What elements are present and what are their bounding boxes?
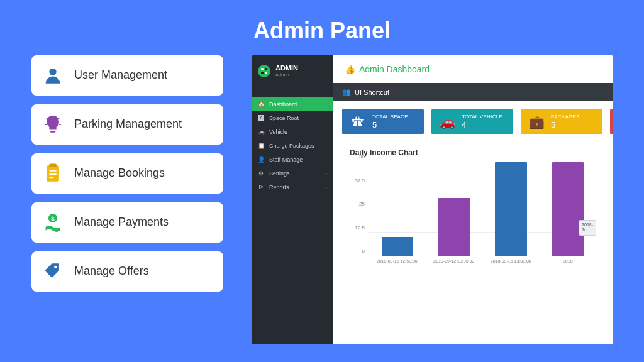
- svg-rect-8: [265, 68, 267, 70]
- x-axis-labels: 2018-09-16 12:58:002018-09-12 13:05:0020…: [369, 256, 596, 269]
- users-icon: 👥: [342, 88, 351, 96]
- sidebar-item-dashboard[interactable]: 🏠Dashboard: [252, 97, 333, 111]
- y-tick: 12.5: [355, 224, 365, 230]
- nav-icon: 🏳: [258, 184, 264, 190]
- feature-card-2[interactable]: Manage Bookings: [31, 153, 223, 194]
- sidebar-item-settings[interactable]: ⚙Settings›: [252, 167, 333, 180]
- bar-slot: [540, 162, 596, 256]
- stat-card-1[interactable]: 🚗TOTAL VEHICLE4: [431, 109, 513, 134]
- dashboard-screenshot: ADMIN admin 🏠Dashboard🅰Space Root🚗Vehicl…: [252, 55, 613, 344]
- sidebar-item-space-root[interactable]: 🅰Space Root: [252, 111, 333, 125]
- chart-bars: [369, 162, 596, 256]
- nav-icon: ⚙: [258, 170, 264, 177]
- stat-label: TOTAL SPACE: [372, 114, 408, 119]
- sidebar-admin-sub: admin: [275, 72, 298, 77]
- chart-box: Daily Income Chart 012.52537.550 2018-09…: [342, 142, 604, 275]
- tag-icon: [42, 260, 64, 283]
- card-label: Manage Bookings: [74, 166, 165, 180]
- main-panel: 👍 Admin Dashboard 👥 UI Shortcut 🛣TOTAL S…: [333, 55, 613, 344]
- shortcut-bar: 👥 UI Shortcut: [333, 83, 613, 101]
- card-label: Manage Offers: [74, 264, 149, 278]
- chart-bar-0[interactable]: [382, 237, 414, 256]
- x-label: 2018-09-12 13:05:00: [426, 256, 483, 269]
- nav-label: Dashboard: [269, 101, 297, 107]
- page-title: Admin Panel: [0, 0, 644, 55]
- stat-card-0[interactable]: 🛣TOTAL SPACE5: [342, 109, 424, 134]
- thumbs-up-icon: 👍: [345, 64, 355, 74]
- clipboard-icon: [42, 162, 64, 185]
- nav-icon: 🅰: [258, 115, 264, 121]
- x-label: 2018-09-16 12:58:00: [369, 256, 426, 269]
- sidebar-admin-label: ADMIN: [275, 64, 298, 72]
- bulb-icon: [42, 113, 64, 136]
- nav-label: Space Root: [269, 115, 299, 121]
- y-axis: 012.52537.550: [350, 162, 367, 256]
- x-label: 2018-09-16 13:08:00: [482, 256, 540, 269]
- y-tick: 0: [362, 248, 365, 254]
- y-tick: 25: [359, 201, 365, 207]
- user-icon: [42, 64, 64, 87]
- chart-bar-1[interactable]: [438, 198, 470, 256]
- nav-label: Vehicle: [269, 129, 287, 135]
- stat-value: 5: [551, 120, 580, 129]
- stat-card-2[interactable]: 💼PACKAGES5: [521, 109, 602, 134]
- stat-value: 4: [462, 120, 502, 129]
- money-icon: $: [42, 211, 64, 234]
- chart-plot: [369, 162, 596, 256]
- chevron-right-icon: ›: [325, 171, 327, 177]
- card-label: User Management: [74, 68, 167, 82]
- shortcut-title: UI Shortcut: [355, 89, 389, 96]
- svg-rect-2: [47, 165, 59, 182]
- nav-icon: 📋: [258, 143, 264, 149]
- bar-slot: [369, 162, 426, 256]
- y-tick: 50: [359, 154, 365, 160]
- stat-icon: 💼: [528, 114, 545, 129]
- nav-icon: 👤: [258, 156, 264, 163]
- y-tick: 37.5: [355, 177, 365, 183]
- stat-row: 🛣TOTAL SPACE5🚗TOTAL VEHICLE4💼PACKAGES5👤: [333, 101, 613, 142]
- main-title-text: Admin Dashboard: [359, 64, 430, 74]
- bar-slot: [483, 162, 540, 256]
- svg-rect-1: [50, 131, 56, 133]
- svg-rect-3: [49, 163, 56, 167]
- chevron-right-icon: ›: [325, 185, 327, 190]
- svg-rect-9: [261, 72, 264, 74]
- sidebar-item-charge-packages[interactable]: 📋Charge Packages: [252, 139, 333, 153]
- main-title: 👍 Admin Dashboard: [333, 55, 613, 83]
- stat-card-3[interactable]: 👤: [610, 109, 613, 134]
- svg-point-0: [49, 69, 56, 75]
- x-label: 2018: [540, 256, 597, 269]
- chart-tooltip: 2018- To: [579, 220, 596, 236]
- nav-icon: 🚗: [258, 129, 264, 135]
- sidebar-header: ADMIN admin: [252, 55, 333, 86]
- nav-label: Charge Packages: [269, 143, 314, 149]
- sidebar: ADMIN admin 🏠Dashboard🅰Space Root🚗Vehicl…: [252, 55, 333, 344]
- stat-icon: 🛣: [350, 114, 366, 129]
- stat-label: TOTAL VEHICLE: [462, 114, 502, 119]
- chart-title: Daily Income Chart: [350, 148, 596, 157]
- feature-card-list: User ManagementParking ManagementManage …: [31, 55, 223, 344]
- chart-area: 012.52537.550 2018-09-16 12:58:002018-09…: [350, 162, 596, 269]
- stat-value: 5: [372, 120, 408, 129]
- chart-bar-2[interactable]: [495, 162, 527, 256]
- sidebar-item-staff-manage[interactable]: 👤Staff Manage: [252, 153, 333, 167]
- sidebar-item-reports[interactable]: 🏳Reports›: [252, 180, 333, 194]
- sidebar-item-vehicle[interactable]: 🚗Vehicle: [252, 125, 333, 139]
- bar-slot: [426, 162, 482, 256]
- svg-text:$: $: [51, 215, 55, 222]
- feature-card-0[interactable]: User Management: [31, 55, 223, 96]
- nav-label: Settings: [269, 170, 290, 177]
- card-label: Parking Management: [74, 117, 182, 131]
- nav-label: Staff Manage: [269, 156, 303, 163]
- logo-icon: [258, 65, 270, 77]
- nav-label: Reports: [269, 184, 289, 190]
- chart-bar-3[interactable]: [552, 162, 584, 256]
- feature-card-4[interactable]: Manage Offers: [31, 251, 223, 292]
- card-label: Manage Payments: [74, 215, 169, 229]
- feature-card-1[interactable]: Parking Management: [31, 104, 223, 145]
- nav-icon: 🏠: [258, 101, 264, 107]
- stat-icon: 🚗: [439, 114, 455, 129]
- feature-card-3[interactable]: $Manage Payments: [31, 202, 223, 243]
- svg-point-6: [54, 266, 57, 268]
- svg-rect-7: [261, 68, 264, 70]
